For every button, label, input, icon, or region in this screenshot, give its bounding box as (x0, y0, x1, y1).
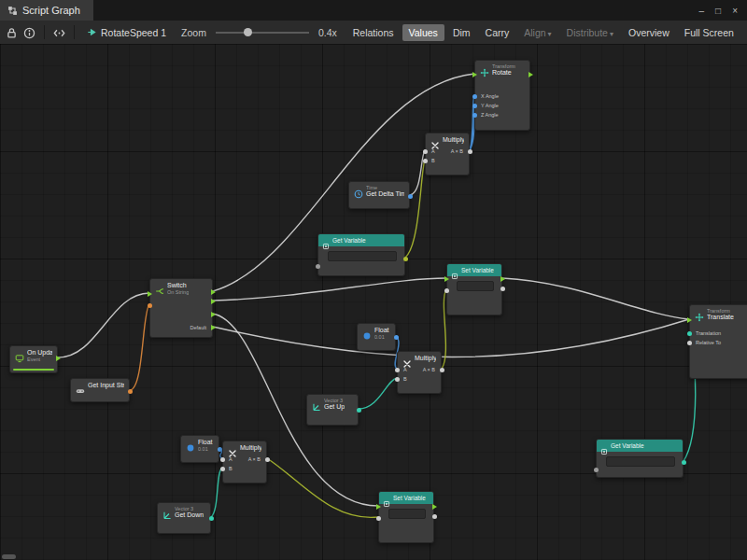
wire[interactable] (211, 468, 222, 517)
variable-name-field[interactable] (457, 281, 494, 291)
toolbar-button-align[interactable]: Align▾ (517, 24, 557, 41)
horizontal-scrollbar-thumb[interactable] (2, 554, 16, 559)
maximize-icon[interactable]: □ (715, 6, 721, 16)
input-port[interactable] (423, 149, 428, 154)
output-port[interactable] (209, 516, 214, 521)
input-port[interactable] (395, 377, 400, 382)
node-get-variable-1[interactable]: Get Variable (317, 233, 405, 276)
input-port[interactable] (687, 317, 692, 323)
variable-name-field[interactable] (328, 251, 397, 261)
input-port[interactable] (472, 72, 477, 77)
port-label: A (403, 367, 407, 372)
node-switch-on-string[interactable]: SwitchOn StringDefault (149, 278, 213, 338)
output-port[interactable] (529, 72, 533, 77)
node-get-up[interactable]: Vector 3Get Up (306, 394, 359, 426)
input-port[interactable] (316, 264, 320, 269)
toolbar-button-values[interactable]: Values (402, 24, 444, 41)
output-port[interactable] (432, 504, 437, 510)
lock-icon[interactable] (6, 26, 18, 38)
toolbar-button-relations[interactable]: Relations (346, 24, 401, 41)
node-set-variable-2[interactable]: Set Variable (378, 491, 434, 543)
wire[interactable] (213, 319, 689, 357)
toolbar-button-fullscreen[interactable]: Full Screen (678, 24, 740, 41)
output-port[interactable] (408, 194, 413, 199)
info-icon[interactable] (23, 26, 35, 38)
output-port[interactable] (500, 287, 505, 291)
graph-breadcrumb[interactable]: RotateSpeed 1 (83, 27, 170, 38)
input-port[interactable] (148, 291, 152, 297)
wire[interactable] (58, 293, 149, 357)
variable-name-field[interactable] (388, 509, 426, 519)
node-header: Set Variable (447, 264, 501, 276)
node-get-input-string[interactable]: Get Input Strin (70, 378, 130, 402)
output-port[interactable] (682, 460, 686, 465)
output-port[interactable] (128, 389, 133, 394)
node-rotate[interactable]: TransformRotateX AngleY AngleZ Angle (474, 60, 530, 131)
output-port[interactable] (432, 514, 437, 519)
node-float-2[interactable]: Float0.01 (180, 435, 219, 463)
toolbar-button-distribute[interactable]: Distribute▾ (560, 24, 620, 41)
input-port[interactable] (220, 467, 225, 471)
zoom-slider-handle[interactable] (244, 28, 252, 36)
output-port[interactable] (440, 368, 444, 372)
output-port[interactable] (500, 276, 505, 282)
output-port[interactable] (403, 257, 408, 261)
output-port[interactable] (211, 289, 216, 295)
node-subtitle: Event (27, 357, 52, 363)
node-multiply-1[interactable]: MultiplyABA × B (425, 133, 470, 175)
node-multiply-2[interactable]: MultiplyABA × B (397, 351, 442, 394)
window-title-bar: Script Graph –□× (0, 0, 747, 21)
wire[interactable] (213, 278, 446, 301)
node-header: Vector 3Get Up (307, 395, 358, 413)
output-port[interactable] (211, 312, 216, 317)
wire[interactable] (359, 378, 397, 409)
input-port[interactable] (220, 457, 225, 462)
input-port[interactable] (444, 288, 449, 293)
output-port[interactable] (394, 335, 399, 340)
node-get-delta-time[interactable]: TimeGet Delta Time (348, 181, 410, 209)
toolbar-button-carry[interactable]: Carry (479, 24, 516, 41)
output-port[interactable] (357, 408, 361, 413)
input-port[interactable] (423, 159, 428, 163)
multiply-icon (430, 137, 440, 147)
output-port[interactable] (56, 356, 61, 361)
input-port[interactable] (376, 516, 381, 521)
minimize-icon[interactable]: – (699, 6, 705, 16)
node-title: Rotate (492, 69, 515, 77)
monitor-icon (15, 350, 24, 359)
toolbar-button-overview[interactable]: Overview (622, 24, 676, 41)
node-get-down[interactable]: Vector 3Get Down (157, 502, 211, 534)
tab-script-graph[interactable]: Script Graph (0, 0, 93, 21)
node-on-update[interactable]: On UpdateEvent (9, 345, 58, 373)
output-port[interactable] (211, 299, 216, 304)
node-multiply-3[interactable]: MultiplyABA × B (222, 441, 267, 483)
node-translate[interactable]: TransformTranslateTranslationRelative To (689, 304, 747, 379)
node-float-1[interactable]: Float0.01 (357, 323, 396, 351)
input-port[interactable] (472, 113, 477, 118)
close-icon[interactable]: × (732, 6, 738, 16)
input-port[interactable] (376, 504, 381, 510)
variable-name-field[interactable] (606, 456, 675, 467)
input-port[interactable] (687, 331, 692, 336)
graph-canvas[interactable]: On UpdateEventGet Input StrinSwitchOn St… (0, 44, 747, 560)
toolbar-button-dim[interactable]: Dim (446, 24, 477, 41)
input-port[interactable] (472, 104, 477, 108)
output-port[interactable] (211, 325, 216, 330)
output-port[interactable] (468, 149, 472, 154)
wire[interactable] (502, 278, 689, 319)
input-port[interactable] (148, 303, 152, 308)
output-port[interactable] (265, 457, 270, 462)
node-set-variable-1[interactable]: Set Variable (446, 263, 502, 315)
code-icon[interactable] (53, 26, 65, 38)
input-port[interactable] (472, 94, 477, 99)
node-header: Get Input Strin (71, 379, 129, 394)
node-get-variable-2[interactable]: Get Variable (596, 439, 684, 478)
input-port[interactable] (395, 368, 400, 372)
input-port[interactable] (687, 341, 692, 345)
input-port[interactable] (444, 276, 449, 282)
zoom-slider[interactable] (216, 32, 309, 34)
wire-layer (0, 44, 747, 560)
wire[interactable] (130, 304, 149, 390)
input-port[interactable] (594, 468, 599, 472)
wire[interactable] (267, 458, 378, 517)
